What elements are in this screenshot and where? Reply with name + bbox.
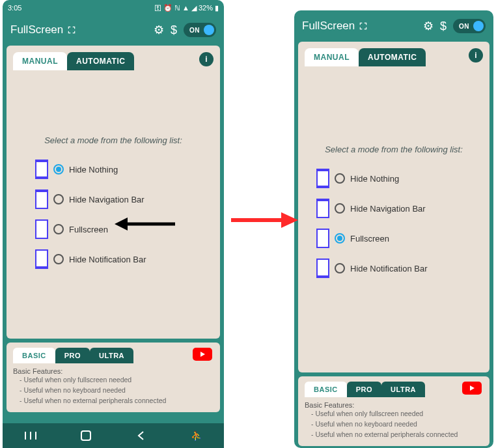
nav-accessibility-button[interactable]: ⛹ [189, 428, 204, 443]
settings-gear-icon[interactable]: ⚙ [423, 19, 434, 33]
mode-label: Hide Notification Bar [350, 264, 428, 273]
master-toggle[interactable]: ON [453, 19, 486, 33]
footer-tab-ultra[interactable]: ULTRA [90, 348, 133, 363]
mode-row-hide-notif[interactable]: Hide Notification Bar [35, 249, 214, 269]
mode-icon-hide-nothing [35, 160, 48, 179]
android-nav-bar: ⛹ [3, 423, 224, 448]
mode-list: Hide Nothing Hide Navigation Bar Fullscr… [35, 160, 214, 269]
footer-tab-ultra[interactable]: ULTRA [381, 382, 425, 397]
mode-icon-hide-nothing [316, 169, 329, 188]
phone-right-after: FullScreen ⚙ $ ON MANUAL AUTOMATIC i Sel… [294, 10, 493, 448]
mode-icon-hide-nav [35, 189, 48, 209]
vpn-icon [24, 4, 32, 12]
feature-item: - Useful when only fullscreen needed [311, 409, 483, 419]
dollar-icon[interactable]: $ [171, 23, 177, 37]
mode-icon-hide-notif [35, 249, 48, 269]
mode-icon-hide-notif [316, 259, 329, 278]
mode-label: Hide Navigation Bar [350, 204, 426, 214]
status-wifi-icon: ▲ [182, 4, 189, 12]
status-alarm-icon: ⏰ [163, 4, 172, 12]
phone-left-before: 3:05 ⚿ ⏰ ℕ ▲ ◢ 32% ▮ FullScreen ⚙ $ ON [3, 0, 224, 448]
status-battery-icon: ▮ [215, 4, 219, 12]
radio-hide-nav[interactable] [335, 203, 345, 214]
tab-automatic[interactable]: AUTOMATIC [67, 52, 134, 70]
mode-row-hide-nothing[interactable]: Hide Nothing [35, 160, 214, 179]
feature-item: - Useful when no keyboard needed [311, 419, 483, 430]
toggle-label: ON [189, 27, 200, 34]
nav-recents-button[interactable] [23, 428, 38, 443]
radio-fullscreen[interactable] [53, 224, 64, 234]
status-nfc-icon: ℕ [174, 4, 180, 12]
status-vpn-key-icon: ⚿ [154, 4, 161, 12]
mode-label: Fullscreen [69, 225, 108, 234]
info-icon: i [205, 55, 207, 64]
mode-list-title: Select a mode from the following list: [305, 145, 483, 154]
nav-back-button[interactable] [134, 428, 148, 443]
main-panel: MANUAL AUTOMATIC i Select a mode from th… [7, 46, 220, 339]
footer-panel: BASIC PRO ULTRA Basic Features: - Useful… [7, 343, 220, 412]
footer-tab-basic[interactable]: BASIC [305, 382, 347, 397]
toggle-knob [204, 25, 214, 35]
app-bar: FullScreen ⚙ $ ON [294, 10, 493, 42]
annotation-arrow-red [228, 207, 299, 233]
mode-row-fullscreen[interactable]: Fullscreen [316, 229, 483, 248]
app-bar: FullScreen ⚙ $ ON [3, 14, 224, 46]
feature-item: - Useful when only fullscreen needed [20, 375, 214, 385]
status-battery-text: 32% [199, 4, 213, 12]
mode-row-fullscreen[interactable]: Fullscreen [35, 219, 214, 239]
mode-label: Hide Notification Bar [69, 255, 146, 264]
info-button[interactable]: i [199, 52, 214, 66]
mode-list: Hide Nothing Hide Navigation Bar Fullscr… [316, 169, 483, 278]
youtube-button[interactable] [193, 348, 212, 361]
youtube-button[interactable] [462, 382, 482, 395]
footer-tab-pro[interactable]: PRO [55, 348, 90, 363]
status-bar: 3:05 ⚿ ⏰ ℕ ▲ ◢ 32% ▮ [3, 0, 224, 14]
feature-item: - Useful when no external peripherals co… [311, 430, 483, 440]
settings-gear-icon[interactable]: ⚙ [154, 23, 164, 37]
footer-tab-pro[interactable]: PRO [347, 382, 381, 397]
features-title: Basic Features: [305, 401, 483, 409]
fullscreen-expand-icon [67, 25, 76, 35]
mode-label: Hide Nothing [350, 174, 399, 184]
features-list: - Useful when only fullscreen needed - U… [13, 375, 214, 406]
app-title: FullScreen [302, 20, 355, 33]
features-title: Basic Features: [13, 367, 214, 375]
svg-rect-0 [81, 431, 90, 440]
radio-hide-nav[interactable] [53, 194, 64, 204]
link-icon [34, 4, 42, 12]
feature-item: - Useful when no external peripherals co… [20, 396, 214, 406]
tab-manual[interactable]: MANUAL [305, 48, 359, 66]
master-toggle[interactable]: ON [184, 23, 216, 37]
tab-manual[interactable]: MANUAL [13, 52, 67, 70]
info-icon: i [475, 51, 476, 60]
status-signal-icon: ◢ [191, 4, 197, 12]
info-button[interactable]: i [469, 48, 483, 63]
tab-automatic[interactable]: AUTOMATIC [359, 48, 426, 66]
status-time: 3:05 [8, 4, 21, 12]
footer-panel: BASIC PRO ULTRA Basic Features: - Useful… [298, 376, 489, 446]
mode-row-hide-nav[interactable]: Hide Navigation Bar [316, 199, 483, 218]
toggle-label: ON [459, 23, 469, 30]
features-list: - Useful when only fullscreen needed - U… [305, 409, 483, 440]
mode-list-title: Select a mode from the following list: [13, 135, 214, 145]
mode-icon-fullscreen [316, 229, 329, 248]
mode-label: Hide Navigation Bar [69, 195, 145, 204]
feature-item: - Useful when no keyboard needed [20, 385, 214, 396]
nav-home-button[interactable] [79, 428, 93, 443]
mode-icon-hide-nav [316, 199, 329, 218]
mode-row-hide-notif[interactable]: Hide Notification Bar [316, 259, 483, 278]
app-title: FullScreen [10, 23, 63, 36]
radio-hide-notif[interactable] [335, 263, 345, 273]
radio-fullscreen[interactable] [335, 233, 345, 244]
dollar-icon[interactable]: $ [440, 20, 447, 33]
main-panel: MANUAL AUTOMATIC i Select a mode from th… [298, 42, 489, 372]
mode-row-hide-nav[interactable]: Hide Navigation Bar [35, 189, 214, 209]
mode-icon-fullscreen [35, 219, 48, 239]
mode-row-hide-nothing[interactable]: Hide Nothing [316, 169, 483, 188]
fullscreen-expand-icon [359, 21, 368, 31]
radio-hide-nothing[interactable] [53, 164, 64, 175]
toggle-knob [473, 21, 484, 31]
radio-hide-nothing[interactable] [335, 173, 345, 184]
radio-hide-notif[interactable] [53, 254, 64, 264]
footer-tab-basic[interactable]: BASIC [13, 348, 55, 363]
